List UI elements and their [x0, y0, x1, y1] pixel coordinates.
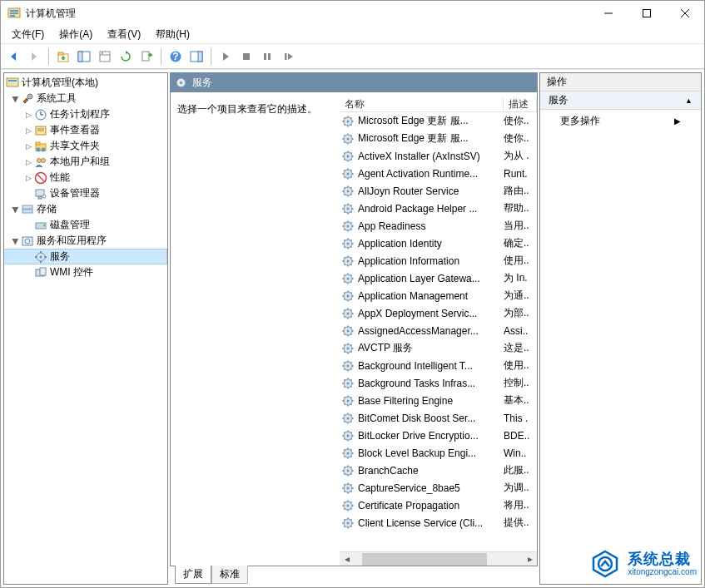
svg-point-291: [347, 521, 350, 524]
device-icon: [34, 187, 47, 200]
service-row[interactable]: Base Filtering Engine基本..: [340, 392, 537, 409]
service-desc: Win..: [504, 447, 537, 459]
service-row[interactable]: ActiveX Installer (AxInstSV)为从 .: [340, 147, 537, 165]
service-row[interactable]: BitComet Disk Boost Ser...This .: [340, 409, 537, 427]
back-button[interactable]: [4, 47, 22, 66]
menu-help[interactable]: 帮助(H): [148, 26, 197, 43]
column-description[interactable]: 描述: [504, 97, 537, 111]
tab-extended[interactable]: 扩展: [175, 566, 211, 584]
tree-system-tools[interactable]: ⯆ 系统工具: [4, 91, 167, 106]
service-row[interactable]: Certificate Propagation将用..: [340, 497, 537, 514]
gear-icon: [341, 185, 355, 198]
tree-pane[interactable]: 计算机管理(本地) ⯆ 系统工具 ▷ 任务计划程序 ▷ 事件查看器 ▷ 共享文件…: [3, 72, 168, 585]
shared-folder-icon: [34, 140, 47, 153]
service-row[interactable]: Application Information使用..: [340, 252, 537, 269]
tree-services[interactable]: 服务: [3, 249, 167, 264]
tree-local-users[interactable]: ▷ 本地用户和组: [4, 154, 167, 170]
collapse-icon[interactable]: ⯆: [9, 237, 21, 245]
scroll-thumb[interactable]: [362, 553, 487, 566]
tree-wmi[interactable]: WMI 控件: [4, 264, 167, 280]
event-icon: [34, 124, 47, 137]
service-row[interactable]: Application Layer Gatewa...为 In.: [340, 269, 537, 287]
watermark-logo-icon: [589, 548, 621, 580]
forward-button[interactable]: [25, 47, 43, 66]
service-row[interactable]: Block Level Backup Engi...Win..: [340, 444, 537, 462]
refresh-button[interactable]: [117, 47, 135, 66]
service-row[interactable]: AppX Deployment Servic...为部..: [340, 304, 537, 322]
svg-line-77: [351, 141, 352, 142]
menu-view[interactable]: 查看(V): [100, 26, 148, 43]
watermark-cn: 系统总裁: [628, 551, 697, 568]
svg-line-299: [344, 526, 345, 526]
service-row[interactable]: Android Package Helper ...帮助..: [340, 200, 537, 217]
tree-root[interactable]: 计算机管理(本地): [4, 75, 167, 91]
service-row[interactable]: Background Tasks Infras...控制..: [340, 374, 537, 392]
gear-icon: [341, 307, 355, 320]
menu-file[interactable]: 文件(F): [4, 26, 52, 43]
collapse-icon[interactable]: ⯆: [9, 205, 21, 214]
expand-icon[interactable]: ▷: [22, 126, 34, 135]
start-service-button[interactable]: [216, 47, 235, 66]
actions-section[interactable]: 服务 ▲: [540, 91, 701, 110]
service-row[interactable]: AssignedAccessManager...Assi..: [340, 322, 537, 339]
help-button[interactable]: ?: [166, 47, 185, 66]
tree-services-apps[interactable]: ⯆ 服务和应用程序: [4, 233, 167, 249]
up-button[interactable]: [54, 47, 72, 66]
service-row[interactable]: AllJoyn Router Service路由..: [340, 182, 537, 200]
tab-standard[interactable]: 标准: [211, 566, 248, 584]
properties-button[interactable]: [96, 47, 114, 66]
service-desc: 为通..: [504, 289, 537, 303]
horizontal-scrollbar[interactable]: ◂ ▸: [340, 551, 537, 566]
export-button[interactable]: [137, 47, 156, 66]
svg-rect-1: [10, 10, 18, 12]
service-row[interactable]: AVCTP 服务这是..: [340, 339, 537, 357]
svg-point-38: [42, 158, 46, 162]
show-hide-tree-button[interactable]: [75, 47, 93, 66]
service-row[interactable]: BitLocker Drive Encryptio...BDE..: [340, 427, 537, 444]
minimize-button[interactable]: [589, 1, 628, 26]
svg-point-131: [347, 242, 350, 245]
close-button[interactable]: [666, 1, 704, 26]
column-name[interactable]: 名称: [340, 97, 504, 111]
stop-service-button[interactable]: [237, 47, 256, 66]
tree-storage[interactable]: ⯆ 存储: [4, 201, 167, 217]
scroll-left-icon[interactable]: ◂: [340, 552, 354, 566]
tree-task-scheduler[interactable]: ▷ 任务计划程序: [4, 106, 167, 122]
scroll-right-icon[interactable]: ▸: [523, 552, 537, 566]
action-more[interactable]: 更多操作 ▶: [540, 110, 701, 132]
tree-disk-management[interactable]: 磁盘管理: [4, 217, 167, 233]
svg-line-147: [351, 264, 352, 264]
tree-event-viewer[interactable]: ▷ 事件查看器: [4, 122, 167, 138]
service-row[interactable]: Application Management为通..: [340, 287, 537, 304]
show-hide-action-button[interactable]: [187, 47, 206, 66]
svg-point-201: [347, 364, 350, 367]
collapse-icon[interactable]: ⯆: [9, 95, 21, 103]
svg-line-69: [344, 124, 345, 125]
expand-icon[interactable]: ▷: [22, 158, 34, 166]
service-row[interactable]: Background Intelligent T...使用..: [340, 357, 537, 374]
service-name: Application Information: [358, 255, 504, 267]
service-row[interactable]: Client License Service (Cli...提供..: [340, 514, 537, 531]
maximize-button[interactable]: [628, 1, 666, 26]
service-row[interactable]: Microsoft Edge 更新 服...使你..: [340, 112, 537, 130]
tree-shared-folders[interactable]: ▷ 共享文件夹: [4, 138, 167, 154]
service-list[interactable]: Microsoft Edge 更新 服...使你..Microsoft Edge…: [340, 112, 537, 551]
svg-point-14: [102, 52, 103, 54]
pause-service-button[interactable]: [258, 47, 276, 66]
expand-icon[interactable]: ▷: [22, 174, 34, 182]
service-name: CaptureService_8bae5: [358, 482, 504, 494]
service-row[interactable]: Application Identity确定..: [340, 235, 537, 252]
service-row[interactable]: BranchCache此服..: [340, 462, 537, 479]
service-row[interactable]: Agent Activation Runtime...Runt.: [340, 165, 537, 182]
service-row[interactable]: App Readiness当用..: [340, 217, 537, 235]
restart-service-button[interactable]: [279, 47, 297, 66]
expand-icon[interactable]: ▷: [22, 111, 34, 119]
service-row[interactable]: CaptureService_8bae5为调..: [340, 479, 537, 497]
services-title: 服务: [192, 76, 212, 90]
service-row[interactable]: Microsoft Edge 更新 服...使你..: [340, 130, 537, 147]
menu-action[interactable]: 操作(A): [52, 26, 100, 43]
tree-performance[interactable]: ▷ 性能: [4, 170, 167, 185]
tree-device-manager[interactable]: 设备管理器: [4, 185, 167, 201]
expand-icon[interactable]: ▷: [22, 142, 34, 151]
svg-point-181: [347, 329, 350, 332]
